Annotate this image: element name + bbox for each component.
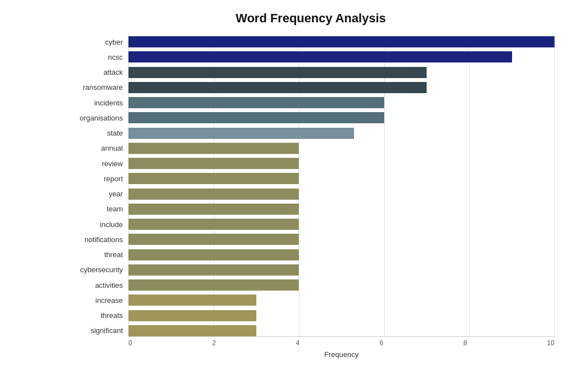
bar-label: ncsc — [67, 53, 128, 61]
bar-track — [128, 204, 554, 215]
bar-label: state — [67, 129, 128, 137]
bar-fill — [128, 143, 299, 154]
x-tick-label: 4 — [296, 339, 300, 347]
bar-track — [128, 158, 554, 169]
bar-label: notifications — [67, 235, 128, 244]
bar-label: cyber — [67, 38, 128, 46]
bar-track — [128, 219, 554, 230]
bar-track — [128, 264, 554, 276]
x-tick-label: 2 — [212, 339, 216, 347]
chart-container: Word Frequency Analysis cyberncscattackr… — [0, 0, 588, 391]
bar-row: ransomware — [67, 81, 554, 94]
bar-track — [128, 36, 554, 47]
bar-row: state — [67, 127, 554, 139]
bar-label: significant — [67, 326, 128, 335]
bar-row: incidents — [67, 96, 554, 109]
bar-row: cyber — [67, 36, 554, 48]
bar-fill — [128, 189, 299, 200]
bar-row: annual — [67, 142, 554, 155]
bar-row: cybersecurity — [67, 264, 554, 276]
bar-label: increase — [67, 296, 128, 305]
bar-track — [128, 310, 554, 321]
bar-row: report — [67, 172, 554, 185]
bar-row: threats — [67, 310, 554, 322]
bar-track — [128, 128, 554, 139]
bar-label: team — [67, 205, 128, 213]
bar-row: review — [67, 157, 554, 170]
x-tick-label: 8 — [463, 339, 467, 347]
bar-fill — [128, 310, 256, 321]
bar-label: review — [67, 160, 128, 168]
bar-fill — [128, 82, 427, 93]
bar-row: threat — [67, 249, 554, 261]
bar-fill — [128, 158, 299, 169]
bar-row: attack — [67, 66, 554, 79]
bar-label: year — [67, 190, 128, 198]
bar-fill — [128, 112, 384, 123]
bar-track — [128, 97, 554, 108]
bar-fill — [128, 67, 427, 78]
bar-track — [128, 82, 554, 93]
bar-track — [128, 325, 554, 336]
bar-row: activities — [67, 279, 554, 291]
bar-label: organisations — [67, 114, 128, 122]
bar-row: notifications — [67, 233, 554, 245]
bar-fill — [128, 325, 256, 336]
bar-fill — [128, 97, 384, 108]
bar-fill — [128, 219, 299, 230]
bar-fill — [128, 51, 512, 62]
bar-label: incidents — [67, 99, 128, 107]
bar-track — [128, 249, 554, 260]
bar-label: threat — [67, 250, 128, 259]
bar-track — [128, 189, 554, 200]
bar-row: organisations — [67, 112, 554, 124]
bar-track — [128, 143, 554, 154]
bar-track — [128, 51, 554, 62]
bar-fill — [128, 173, 299, 184]
bar-row: ncsc — [67, 51, 554, 63]
bar-label: threats — [67, 311, 128, 320]
chart-area: cyberncscattackransomwareincidentsorgani… — [67, 36, 554, 359]
bar-fill — [128, 295, 256, 306]
chart-title: Word Frequency Analysis — [67, 11, 554, 26]
bar-label: report — [67, 175, 128, 183]
bar-label: attack — [67, 68, 128, 76]
bar-fill — [128, 234, 299, 245]
bar-fill — [128, 204, 299, 215]
gridline — [554, 36, 555, 337]
x-tick-label: 6 — [380, 339, 384, 347]
bar-fill — [128, 36, 554, 47]
bar-track — [128, 279, 554, 291]
bar-row: team — [67, 203, 554, 215]
bar-fill — [128, 249, 299, 260]
bar-track — [128, 295, 554, 306]
bar-label: include — [67, 220, 128, 229]
bar-track — [128, 173, 554, 184]
bar-row: increase — [67, 294, 554, 306]
bar-fill — [128, 128, 354, 139]
x-ticks-row: 0246810 — [128, 337, 554, 347]
bar-track — [128, 67, 554, 78]
bar-row: significant — [67, 325, 554, 337]
bar-track — [128, 112, 554, 123]
bar-label: annual — [67, 144, 128, 152]
bar-fill — [128, 264, 299, 276]
bar-fill — [128, 279, 299, 291]
bar-label: ransomware — [67, 83, 128, 91]
bar-row: include — [67, 218, 554, 230]
bar-row: year — [67, 188, 554, 200]
x-axis-label: Frequency — [128, 350, 554, 359]
x-tick-label: 0 — [128, 339, 132, 347]
bar-label: activities — [67, 281, 128, 289]
x-tick-label: 10 — [547, 339, 554, 347]
bars-wrapper: cyberncscattackransomwareincidentsorgani… — [67, 36, 554, 337]
bar-label: cybersecurity — [67, 266, 128, 274]
bar-track — [128, 234, 554, 245]
x-axis: 0246810Frequency — [128, 337, 554, 359]
